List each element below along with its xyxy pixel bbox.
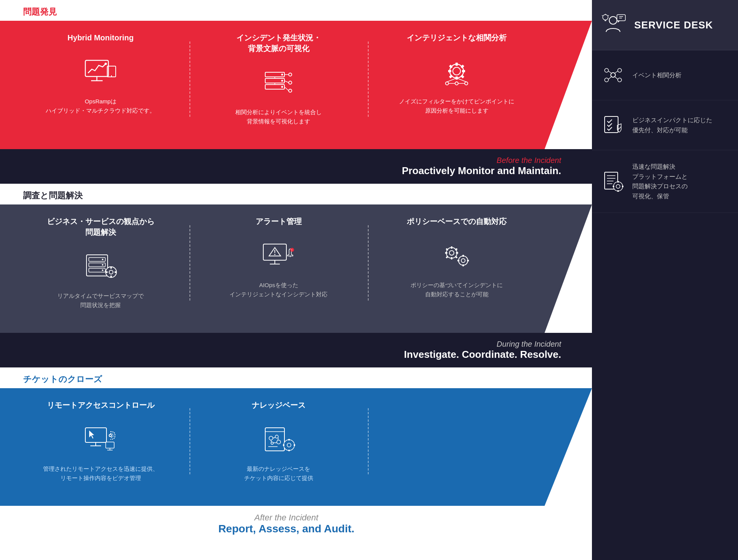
after-incident-bold: Report, Assess, and Audit. bbox=[12, 523, 561, 535]
grey-feature-2-title: アラート管理 bbox=[256, 216, 302, 227]
svg-point-111 bbox=[611, 73, 615, 77]
red-feature-3-title: インテリジェントな相関分析 bbox=[407, 32, 507, 43]
right-sidebar: SERVICE DESK イベント相関分析 bbox=[592, 0, 738, 560]
blue-feature-2: ナレッジベース bbox=[189, 400, 367, 483]
svg-rect-62 bbox=[451, 257, 452, 259]
blue-feature-1-title: リモートアクセスコントロール bbox=[47, 400, 155, 410]
svg-point-69 bbox=[459, 256, 468, 265]
svg-point-11 bbox=[281, 86, 283, 88]
service-desk-icon bbox=[600, 12, 627, 38]
after-incident-band: After the Incident Report, Assess, and A… bbox=[0, 506, 592, 542]
during-incident-italic: During the Incident bbox=[12, 340, 561, 349]
svg-rect-64 bbox=[456, 252, 458, 254]
svg-line-36 bbox=[457, 78, 466, 82]
svg-line-110 bbox=[608, 15, 609, 16]
svg-point-9 bbox=[281, 74, 283, 76]
during-incident-band: During the Incident Investigate. Coordin… bbox=[0, 333, 592, 367]
main-content: 問題発見 Hybrid Monitoring bbox=[0, 0, 592, 560]
blue-feature-2-desc: 最新のナレッジベースをチケット内容に応じて提供 bbox=[244, 464, 313, 483]
svg-point-31 bbox=[455, 82, 458, 85]
svg-rect-128 bbox=[617, 181, 619, 183]
svg-rect-28 bbox=[449, 75, 453, 78]
red-feature-1-desc: OpsRampはハイブリッド・マルチクラウド対応です。 bbox=[46, 97, 155, 115]
svg-rect-80 bbox=[106, 442, 114, 448]
svg-rect-25 bbox=[462, 70, 465, 72]
after-incident-italic: After the Incident bbox=[12, 513, 561, 523]
svg-point-105 bbox=[603, 15, 608, 20]
sidebar-item-2-text: ビジネスインパクトに応じた優先付、対応が可能 bbox=[632, 115, 712, 135]
red-feature-3: インテリジェントな相関分析 bbox=[368, 32, 546, 126]
svg-rect-129 bbox=[617, 190, 619, 192]
svg-line-18 bbox=[284, 81, 289, 83]
grey-section-label-area: 調査と問題解決 bbox=[0, 184, 592, 204]
before-incident-band: Before the Incident Proactively Monitor … bbox=[0, 149, 592, 184]
svg-point-21 bbox=[453, 67, 460, 75]
red-feature-3-desc: ノイズにフィルターをかけてピンポイントに原因分析を可能にします bbox=[399, 97, 514, 115]
svg-point-10 bbox=[281, 80, 283, 82]
grey-feature-1: ビジネス・サービスの観点から問題解決 bbox=[12, 216, 189, 310]
sidebar-item-2-icon bbox=[602, 114, 625, 137]
grey-feature-3-title: ポリシーベースでの自動対応 bbox=[407, 216, 507, 227]
svg-point-55 bbox=[274, 254, 275, 255]
blue-section-label-area: チケットのクローズ bbox=[0, 367, 592, 388]
page-wrapper: 問題発見 Hybrid Monitoring bbox=[0, 0, 738, 560]
red-section: Hybrid Monitoring OpsR bbox=[0, 21, 592, 149]
svg-rect-101 bbox=[617, 15, 625, 21]
svg-point-70 bbox=[461, 259, 465, 263]
svg-rect-120 bbox=[605, 116, 618, 133]
svg-rect-83 bbox=[265, 428, 284, 451]
svg-line-92 bbox=[271, 440, 271, 442]
svg-point-42 bbox=[102, 264, 103, 266]
svg-marker-104 bbox=[618, 21, 620, 23]
grey-feature-3-icon bbox=[439, 238, 474, 273]
blue-section-label: チケットのクローズ bbox=[12, 370, 580, 387]
grey-feature-3-desc: ポリシーの基づいてインシデントに自動対応することが可能 bbox=[411, 281, 503, 299]
grey-feature-1-icon bbox=[83, 249, 118, 284]
svg-rect-48 bbox=[106, 271, 108, 273]
svg-rect-72 bbox=[462, 264, 464, 266]
svg-text:!: ! bbox=[291, 249, 292, 251]
svg-rect-71 bbox=[462, 255, 464, 257]
red-feature-2-icon bbox=[261, 65, 296, 100]
blue-feature-2-title: ナレッジベース bbox=[252, 400, 306, 410]
svg-rect-130 bbox=[613, 186, 614, 187]
svg-point-100 bbox=[609, 17, 617, 24]
blue-feature-1-desc: 管理されたリモートアクセスを迅速に提供、リモート操作内容をビデオ管理 bbox=[43, 464, 158, 483]
svg-line-89 bbox=[273, 437, 275, 438]
svg-rect-68 bbox=[455, 256, 458, 258]
during-incident-bold: Investigate. Coordinate. Resolve. bbox=[12, 349, 561, 361]
grey-feature-1-title: ビジネス・サービスの観点から問題解決 bbox=[47, 216, 155, 238]
svg-rect-26 bbox=[449, 65, 453, 68]
svg-point-15 bbox=[289, 81, 292, 84]
svg-line-116 bbox=[608, 71, 611, 73]
svg-line-109 bbox=[602, 15, 603, 16]
grey-section: ビジネス・サービスの観点から問題解決 bbox=[0, 204, 592, 333]
before-incident-bold: Proactively Monitor and Maintain. bbox=[12, 165, 561, 177]
svg-rect-27 bbox=[460, 65, 464, 68]
sidebar-item-3-text: 迅速な問題解決プラットフォームと問題解決プロセスの可視化、保管 bbox=[632, 162, 688, 201]
sidebar-item-1-text: イベント相関分析 bbox=[632, 70, 681, 80]
svg-point-32 bbox=[465, 82, 468, 85]
red-section-label-area: 問題発見 bbox=[0, 0, 592, 21]
sidebar-item-3: 迅速な問題解決プラットフォームと問題解決プロセスの可視化、保管 bbox=[592, 150, 738, 213]
blue-feature-spacer bbox=[368, 400, 546, 483]
sidebar-item-1: イベント相関分析 bbox=[592, 50, 738, 100]
red-feature-1: Hybrid Monitoring OpsR bbox=[12, 32, 189, 126]
svg-point-16 bbox=[289, 89, 292, 92]
svg-rect-99 bbox=[294, 444, 295, 446]
blue-feature-1-icon bbox=[83, 422, 118, 457]
svg-point-115 bbox=[618, 78, 622, 82]
red-section-label: 問題発見 bbox=[12, 2, 580, 20]
grey-feature-2-desc: AIOpsを使ったインテリジェントなインシデント対応 bbox=[229, 281, 327, 299]
svg-line-119 bbox=[615, 77, 618, 79]
svg-line-117 bbox=[615, 71, 618, 73]
grey-section-label: 調査と問題解決 bbox=[12, 186, 580, 204]
svg-line-35 bbox=[447, 78, 457, 82]
svg-rect-46 bbox=[110, 267, 112, 269]
svg-rect-96 bbox=[288, 439, 290, 440]
svg-marker-78 bbox=[89, 430, 94, 439]
red-feature-2-desc: 相関分析によりイベントを統合し背景情報を可視化します bbox=[235, 108, 322, 126]
svg-rect-98 bbox=[283, 444, 284, 446]
svg-rect-63 bbox=[445, 252, 447, 254]
svg-point-126 bbox=[613, 182, 623, 191]
